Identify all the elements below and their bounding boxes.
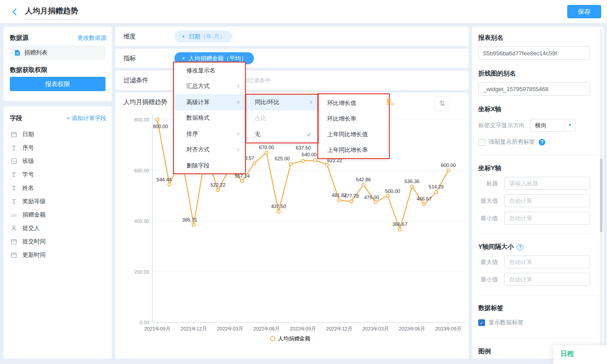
context-menu-item[interactable]: 数据格式 xyxy=(174,110,245,126)
min-label: 最小值 xyxy=(478,214,498,222)
menu-item-label: 数据格式 xyxy=(186,114,210,122)
corner-popup[interactable]: 日程 xyxy=(553,345,607,364)
fields-card: 字段 + 添加计算字段 日期序号班级学号姓名奖励等级123捐赠金额提交人提交时间… xyxy=(4,106,112,359)
field-context-menu: 修改显示名汇总方式高级计算数据格式排序对齐方式删除字段 xyxy=(174,63,245,174)
caret-down-icon: ▼ xyxy=(564,119,575,131)
back-button[interactable] xyxy=(11,7,21,17)
dimension-tag[interactable]: ▼日期（年-月） xyxy=(174,30,232,42)
context-menu-item[interactable]: 排序 xyxy=(174,126,245,142)
filter-row: 过滤条件 添加过滤条件 xyxy=(115,71,468,90)
label-direction-label: 标签文字显示方向 xyxy=(478,121,525,130)
submenu-item[interactable]: 无✓ xyxy=(246,126,318,142)
change-datasource-link[interactable]: 更改数据源 xyxy=(77,34,106,42)
report-alias-input[interactable] xyxy=(478,46,590,60)
svg-text:637.50: 637.50 xyxy=(296,145,311,151)
help-icon[interactable]: ? xyxy=(517,244,523,251)
dimension-row: 维度 ▼日期（年-月） xyxy=(115,27,468,46)
svg-text:500.00: 500.00 xyxy=(385,188,400,194)
subsubmenu-item[interactable]: 环比增长率 xyxy=(318,111,389,126)
help-icon[interactable]: ? xyxy=(539,139,545,146)
svg-text:2023年09月: 2023年09月 xyxy=(435,326,462,331)
permission-title: 数据获取权限 xyxy=(10,66,47,74)
widget-alias-input[interactable] xyxy=(478,82,590,96)
svg-text:557.14: 557.14 xyxy=(235,173,250,179)
context-menu-item[interactable]: 删除字段 xyxy=(174,158,245,174)
svg-text:0.00: 0.00 xyxy=(140,320,149,325)
label-direction-select[interactable]: 横向▼ xyxy=(530,119,576,132)
menu-item-label: 无 xyxy=(255,130,261,138)
y-interval-section-title: Y轴间隔大小 xyxy=(478,243,514,251)
field-item[interactable]: 日期 xyxy=(10,128,108,141)
xaxis-section-title: 坐标X轴 xyxy=(478,105,597,113)
min-label: 最小值 xyxy=(478,276,498,284)
svg-text:475.00: 475.00 xyxy=(364,195,379,200)
context-menu-item[interactable]: 修改显示名 xyxy=(174,63,245,79)
context-menu-item[interactable]: 汇总方式 xyxy=(174,79,245,95)
chevron-right-icon xyxy=(308,100,312,104)
svg-text:2023年06月: 2023年06月 xyxy=(399,326,425,331)
field-item[interactable]: 提交时间 xyxy=(10,235,108,248)
datasource-card: 数据源 更改数据源 捐赠列表 数据获取权限 报表权限 xyxy=(4,27,112,101)
datasource-title: 数据源 xyxy=(10,34,29,42)
svg-text:2023年03月: 2023年03月 xyxy=(363,326,389,331)
svg-text:200.00: 200.00 xyxy=(134,269,149,275)
submenu-item[interactable]: 占比 xyxy=(246,110,318,126)
calendar-icon xyxy=(10,238,18,245)
page-title: 人均月捐赠趋势 xyxy=(25,6,78,20)
y-interval-min-input[interactable] xyxy=(504,273,590,286)
chevron-right-icon xyxy=(236,100,239,104)
data-label-section-title: 数据标签 xyxy=(478,304,597,312)
svg-text:522.22: 522.22 xyxy=(211,182,226,188)
show-data-label-label: 显示数据标签 xyxy=(489,318,523,326)
svg-text:2022年09月: 2022年09月 xyxy=(290,326,316,331)
field-item[interactable]: 姓名 xyxy=(10,181,108,195)
caret-down-icon: ▼ xyxy=(181,57,185,60)
svg-text:544.44: 544.44 xyxy=(156,177,172,182)
yaxis-max-input[interactable] xyxy=(504,194,590,207)
add-calc-field-link[interactable]: + 添加计算字段 xyxy=(67,114,106,122)
subsubmenu-item[interactable]: 上年同比增长值 xyxy=(318,126,389,142)
y-interval-max-input[interactable] xyxy=(504,255,590,268)
field-item[interactable]: 提交人 xyxy=(10,222,108,235)
check-icon: ✓ xyxy=(307,131,312,138)
menu-item-label: 占比 xyxy=(255,114,266,122)
field-item[interactable]: 学号 xyxy=(10,168,108,181)
field-item[interactable]: 序号 xyxy=(10,141,108,155)
field-item-label: 提交人 xyxy=(22,224,40,232)
datasource-item[interactable]: 捐赠列表 xyxy=(10,46,105,60)
field-item-label: 日期 xyxy=(22,130,34,138)
scrollbar-thumb[interactable] xyxy=(600,159,603,232)
svg-text:670.00: 670.00 xyxy=(259,145,274,150)
force-labels-checkbox[interactable] xyxy=(478,139,485,146)
yaxis-section-title: 坐标Y轴 xyxy=(478,164,597,172)
svg-text:2022年06月: 2022年06月 xyxy=(253,326,280,331)
submenu-item[interactable]: 同比/环比 xyxy=(246,94,318,110)
field-item[interactable]: 123捐赠金额 xyxy=(10,208,108,222)
field-item[interactable]: 更新时间 xyxy=(10,248,108,262)
report-alias-label: 报表别名 xyxy=(478,34,597,42)
report-permission-button[interactable]: 报表权限 xyxy=(10,77,105,91)
document-icon xyxy=(14,50,21,56)
user-icon xyxy=(10,225,18,231)
subsubmenu-item[interactable]: 环比增长值 xyxy=(318,95,389,111)
field-item[interactable]: 班级 xyxy=(10,155,108,168)
svg-text:2022年12月: 2022年12月 xyxy=(326,326,353,331)
show-data-label-checkbox[interactable]: ✓ xyxy=(478,319,485,326)
svg-text:466.67: 466.67 xyxy=(417,196,432,201)
text-icon xyxy=(10,185,18,191)
yaxis-title-input[interactable] xyxy=(504,177,590,190)
axis-title-label: 标题 xyxy=(478,180,498,188)
yaxis-min-input[interactable] xyxy=(504,212,590,225)
context-menu-item[interactable]: 对齐方式 xyxy=(174,142,245,158)
plus-icon: + xyxy=(67,115,70,121)
context-menu-item[interactable]: 高级计算 xyxy=(174,94,245,110)
filter-label: 过滤条件 xyxy=(123,71,148,90)
menu-item-label: 删除字段 xyxy=(186,162,210,170)
save-button[interactable]: 保存 xyxy=(567,5,601,18)
field-item[interactable]: 奖励等级 xyxy=(10,195,108,208)
subsubmenu-item[interactable]: 上年同比增长率 xyxy=(318,142,389,158)
back-chevron-icon xyxy=(13,8,20,16)
svg-text:2022年03月: 2022年03月 xyxy=(217,326,243,331)
fields-title: 字段 xyxy=(10,114,22,122)
settings-panel: 报表别名 折线图的别名 坐标X轴 标签文字显示方向 横向▼ 强制显示所有标签 ?… xyxy=(472,27,603,359)
